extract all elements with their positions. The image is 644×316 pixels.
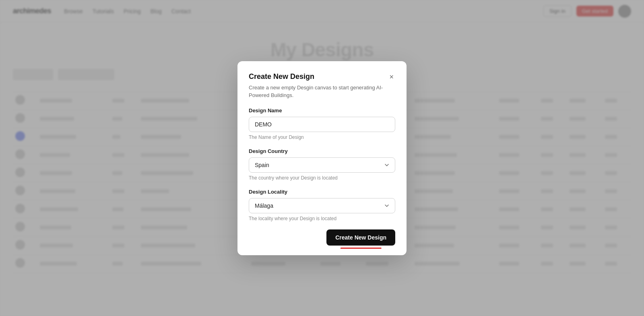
design-name-label: Design Name (249, 107, 395, 114)
design-country-select[interactable]: Spain France Germany Italy Portugal Unit… (249, 157, 395, 173)
design-locality-group: Design Locality Málaga Madrid Barcelona … (249, 189, 395, 221)
design-country-label: Design Country (249, 148, 395, 154)
modal-footer: Create New Design (249, 229, 395, 246)
design-locality-label: Design Locality (249, 189, 395, 195)
modal-close-button[interactable]: × (388, 72, 395, 81)
design-country-group: Design Country Spain France Germany Ital… (249, 148, 395, 181)
design-name-group: Design Name The Name of your Design (249, 107, 395, 140)
design-locality-hint: The locality where your Design is locate… (249, 216, 395, 221)
create-design-modal: Create New Design × Create a new empty D… (237, 61, 407, 255)
design-name-hint: The Name of your Design (249, 134, 395, 140)
design-locality-select[interactable]: Málaga Madrid Barcelona Seville Valencia… (249, 198, 395, 213)
design-name-input[interactable] (249, 117, 395, 132)
modal-overlay: Create New Design × Create a new empty D… (0, 0, 644, 316)
modal-subtitle: Create a new empty Desgin canvas to star… (249, 84, 395, 99)
modal-title: Create New Design (249, 72, 314, 81)
design-country-hint: The country where your Design is located (249, 175, 395, 181)
modal-header: Create New Design × (249, 72, 395, 81)
create-design-button[interactable]: Create New Design (326, 229, 395, 246)
